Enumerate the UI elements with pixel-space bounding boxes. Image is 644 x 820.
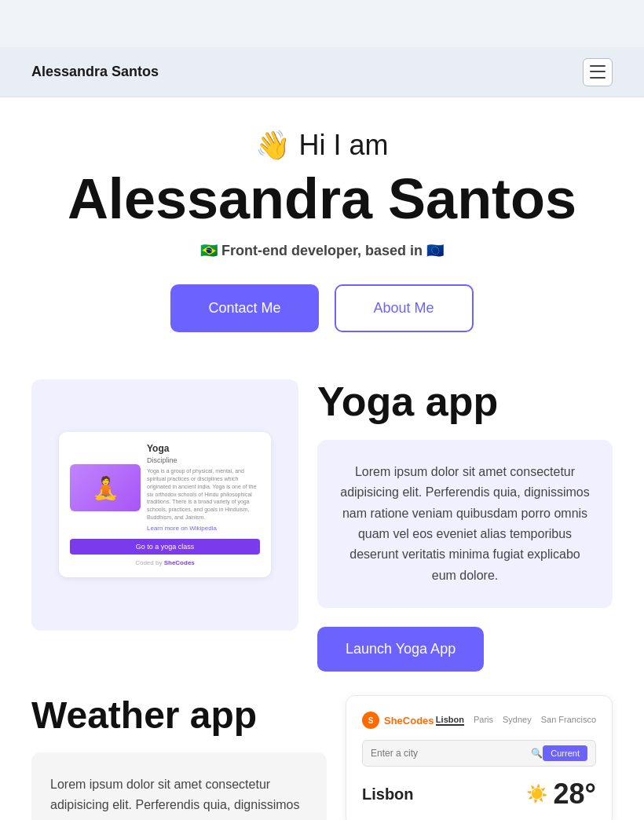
search-input[interactable] [371,748,531,759]
shecodes-logo: S SheCodes [362,712,434,729]
contact-me-button[interactable]: Contact Me [170,284,318,332]
yoga-image: 🧘 [70,464,141,511]
yoga-description-small: Yoga is a group of physical, mental, and… [147,467,260,522]
hero-buttons: Contact Me About Me [31,284,613,332]
hamburger-line [590,77,606,79]
yoga-cta-button[interactable]: Go to a yoga class [70,539,260,555]
menu-toggle-button[interactable] [583,58,613,86]
search-icon: 🔍 [531,748,543,759]
yoga-coded-by: Coded by SheCodes [70,559,260,566]
hero-section: 👋 Hi I am Alessandra Santos 🇧🇷 Front-end… [0,97,644,356]
weather-city-name: Lisbon [362,785,414,804]
hamburger-line [590,71,606,72]
yoga-title: Yoga [147,443,260,454]
shecodes-icon: S [362,712,379,729]
hero-name: Alessandra Santos [31,170,613,229]
city-tabs: Lisbon Paris Sydney San Francisco [436,715,596,726]
current-button[interactable]: Current [543,745,587,761]
weather-description-card: Lorem ipsum dolor sit amet consectetur a… [31,752,327,820]
hamburger-line [590,65,606,67]
about-me-button[interactable]: About Me [335,284,474,332]
yoga-info: Yoga app Lorem ipsum dolor sit amet cons… [317,379,613,672]
yoga-project-section: 🧘 Yoga Discipline Yoga is a group of phy… [0,356,644,672]
weather-app-title: Weather app [31,695,327,737]
search-bar: 🔍 Current [362,740,596,767]
yoga-text-block: Yoga Discipline Yoga is a group of physi… [147,443,260,533]
yoga-emoji: 🧘 [92,475,119,501]
yoga-app-title: Yoga app [317,379,613,424]
city-tab-sydney[interactable]: Sydney [503,715,532,726]
yoga-project-row: 🧘 Yoga Discipline Yoga is a group of phy… [31,379,613,672]
weather-temperature: 28° [554,778,596,811]
yoga-preview-card: 🧘 Yoga Discipline Yoga is a group of phy… [31,379,298,631]
hero-greeting: 👋 Hi I am [31,129,613,162]
city-tab-sanfrancisco[interactable]: San Francisco [541,715,596,726]
yoga-shecodes-link[interactable]: SheCodes [164,559,195,566]
weather-temp-row: ☀️ 28° [526,778,596,811]
yoga-description-card: Lorem ipsum dolor sit amet consectetur a… [317,440,613,608]
navbar: Alessandra Santos [0,47,644,97]
shecodes-text: SheCodes [384,715,434,727]
navbar-brand: Alessandra Santos [31,64,159,80]
weather-city-row: Lisbon ☀️ 28° [362,778,596,811]
weather-info: Weather app Lorem ipsum dolor sit amet c… [31,695,327,820]
weather-preview-card: S SheCodes Lisbon Paris Sydney San Franc… [346,695,613,820]
yoga-discipline: Discipline [147,456,260,464]
city-tab-lisbon[interactable]: Lisbon [436,715,464,726]
yoga-inner-header: 🧘 Yoga Discipline Yoga is a group of phy… [70,443,260,533]
yoga-inner-card: 🧘 Yoga Discipline Yoga is a group of phy… [59,432,271,577]
launch-yoga-button[interactable]: Launch Yoga App [317,627,484,672]
weather-header: S SheCodes Lisbon Paris Sydney San Franc… [362,712,596,729]
city-tab-paris[interactable]: Paris [474,715,493,726]
hero-subtitle: 🇧🇷 Front-end developer, based in 🇪🇺 [31,242,613,259]
top-bar [0,0,644,47]
sun-icon: ☀️ [526,784,547,804]
weather-project-section: Weather app Lorem ipsum dolor sit amet c… [0,672,644,820]
yoga-wiki-link[interactable]: Learn more on Wikipedia [147,524,260,533]
